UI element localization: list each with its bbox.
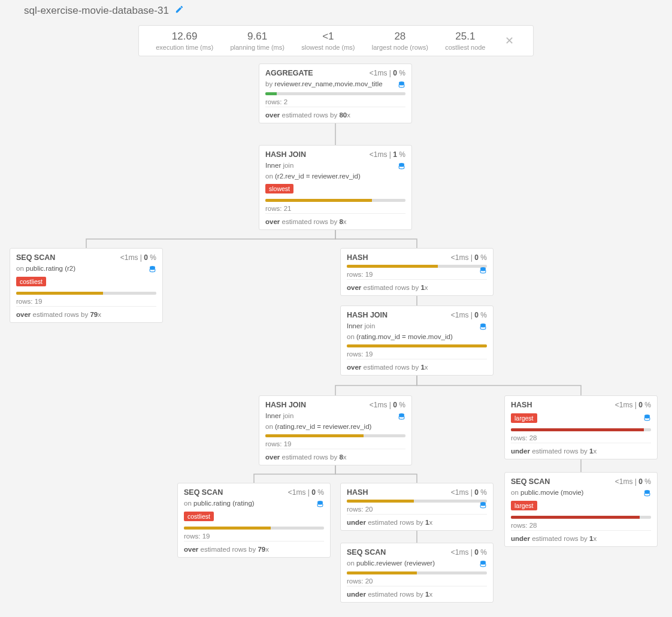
node-tag-costliest: costliest	[16, 277, 46, 286]
node-by: by reviewer.rev_name,movie.mov_title	[265, 80, 405, 89]
node-estimate: over estimated rows by 79x	[16, 307, 156, 322]
node-metrics: <1ms | 0 %	[370, 401, 405, 409]
node-rows: rows: 20	[347, 576, 487, 586]
node-bar	[511, 428, 651, 431]
node-type: AGGREGATE	[265, 69, 313, 77]
node-type: HASH	[347, 488, 368, 497]
node-join-type: Inner join	[347, 322, 487, 331]
node-rows: rows: 20	[347, 504, 487, 515]
close-icon[interactable]: ✕	[503, 34, 516, 47]
database-icon	[316, 500, 324, 510]
node-metrics: <1ms | 0 %	[370, 69, 405, 77]
database-icon	[398, 413, 405, 422]
node-tag-largest: largest	[511, 501, 537, 510]
stats-panel: 12.69 execution time (ms) 9.61 planning …	[138, 25, 534, 56]
stat-slowest-node: <1 slowest node (ms)	[301, 31, 355, 51]
node-rows: rows: 28	[511, 433, 651, 443]
node-rows: rows: 19	[347, 349, 487, 359]
stat-largest-node: 28 largest node (rows)	[372, 31, 428, 51]
node-type: HASH JOIN	[265, 401, 306, 409]
node-bar	[16, 292, 156, 295]
node-type: SEQ SCAN	[16, 253, 55, 262]
node-join-type: Inner join	[265, 412, 405, 421]
node-type: HASH JOIN	[347, 311, 388, 319]
node-estimate: under estimated rows by 1x	[347, 586, 487, 602]
node-type: HASH JOIN	[265, 150, 306, 159]
node-on: on public.rating (r2)	[16, 264, 156, 274]
node-on: on (r2.rev_id = reviewer.rev_id)	[265, 172, 405, 182]
database-icon	[479, 560, 487, 570]
plan-node-n5[interactable]: HASH JOIN<1ms | 0 %Inner joinon (rating.…	[259, 395, 412, 465]
node-metrics: <1ms | 0 %	[451, 548, 487, 556]
node-estimate: over estimated rows by 80x	[265, 107, 405, 123]
node-bar	[184, 527, 324, 530]
node-metrics: <1ms | 0 %	[451, 488, 487, 497]
plan-node-n0[interactable]: AGGREGATE<1ms | 0 %by reviewer.rev_name,…	[259, 63, 412, 123]
node-on: on public.rating (rating)	[184, 499, 324, 509]
node-estimate: under estimated rows by 1x	[347, 515, 487, 530]
plan-node-n10[interactable]: SEQ SCAN<1ms | 0 %on public.reviewer (re…	[340, 543, 494, 603]
node-join-type: Inner join	[265, 161, 405, 171]
node-estimate: over estimated rows by 1x	[347, 359, 487, 375]
node-metrics: <1ms | 0 %	[615, 477, 651, 486]
node-rows: rows: 28	[511, 521, 651, 531]
node-rows: rows: 19	[265, 439, 405, 449]
node-rows: rows: 19	[184, 531, 324, 542]
node-tag-costliest: costliest	[184, 512, 214, 521]
node-bar	[347, 571, 487, 574]
database-icon	[398, 162, 405, 172]
node-rows: rows: 19	[16, 297, 156, 307]
plan-canvas: AGGREGATE<1ms | 0 %by reviewer.rev_name,…	[0, 56, 672, 617]
node-estimate: over estimated rows by 79x	[184, 542, 324, 557]
node-on: on (rating.rev_id = reviewer.rev_id)	[265, 422, 405, 432]
database-icon	[398, 81, 405, 90]
plan-node-n9[interactable]: SEQ SCAN<1ms | 0 %on public.movie (movie…	[504, 472, 658, 547]
node-tag-slowest: slowest	[265, 184, 293, 193]
node-type: SEQ SCAN	[347, 548, 386, 556]
plan-node-n1[interactable]: HASH JOIN<1ms | 1 %Inner joinon (r2.rev_…	[259, 145, 412, 230]
node-type: SEQ SCAN	[184, 488, 223, 497]
node-estimate: over estimated rows by 8x	[265, 214, 405, 229]
node-estimate: over estimated rows by 1x	[347, 280, 487, 295]
database-icon	[479, 267, 487, 276]
node-bar	[347, 344, 487, 347]
database-icon	[643, 414, 651, 424]
node-bar	[347, 500, 487, 503]
node-estimate: over estimated rows by 8x	[265, 449, 405, 465]
node-on: on public.movie (movie)	[511, 488, 651, 498]
stat-planning-time: 9.61 planning time (ms)	[230, 31, 284, 51]
node-metrics: <1ms | 0 %	[615, 401, 651, 409]
node-metrics: <1ms | 0 %	[120, 253, 156, 262]
title-bar: sql-exercise-movie-database-31	[0, 0, 672, 22]
node-bar	[265, 434, 405, 437]
node-type: SEQ SCAN	[511, 477, 550, 486]
node-rows: rows: 21	[265, 204, 405, 214]
plan-node-n8[interactable]: HASH<1ms | 0 %rows: 20under estimated ro…	[340, 483, 494, 531]
database-icon	[643, 489, 651, 499]
node-on: on public.reviewer (reviewer)	[347, 559, 487, 568]
node-type: HASH	[511, 401, 532, 409]
node-estimate: under estimated rows by 1x	[511, 531, 651, 546]
node-bar	[347, 265, 487, 268]
node-metrics: <1ms | 0 %	[288, 488, 324, 497]
plan-node-n4[interactable]: HASH JOIN<1ms | 0 %Inner joinon (rating.…	[340, 306, 494, 376]
node-estimate: under estimated rows by 1x	[511, 443, 651, 459]
node-tag-largest: largest	[511, 413, 537, 423]
database-icon	[479, 323, 487, 332]
plan-title: sql-exercise-movie-database-31	[24, 5, 169, 17]
edit-icon[interactable]	[175, 5, 184, 17]
node-rows: rows: 19	[347, 270, 487, 280]
node-on: on (rating.mov_id = movie.mov_id)	[347, 332, 487, 342]
plan-node-n3[interactable]: HASH<1ms | 0 %rows: 19over estimated row…	[340, 248, 494, 296]
database-icon	[479, 501, 487, 511]
node-metrics: <1ms | 1 %	[370, 150, 405, 159]
node-metrics: <1ms | 0 %	[451, 253, 487, 262]
node-type: HASH	[347, 253, 368, 262]
stat-costliest-node: 25.1 costliest node	[445, 31, 485, 51]
node-rows: rows: 2	[265, 97, 405, 107]
plan-node-n7[interactable]: SEQ SCAN<1ms | 0 %on public.rating (rati…	[177, 483, 331, 558]
node-metrics: <1ms | 0 %	[451, 311, 487, 319]
node-bar	[265, 92, 405, 95]
plan-node-n6[interactable]: HASH<1ms | 0 %largestrows: 28under estim…	[504, 395, 658, 459]
plan-node-n2[interactable]: SEQ SCAN<1ms | 0 %on public.rating (r2)c…	[10, 248, 163, 323]
